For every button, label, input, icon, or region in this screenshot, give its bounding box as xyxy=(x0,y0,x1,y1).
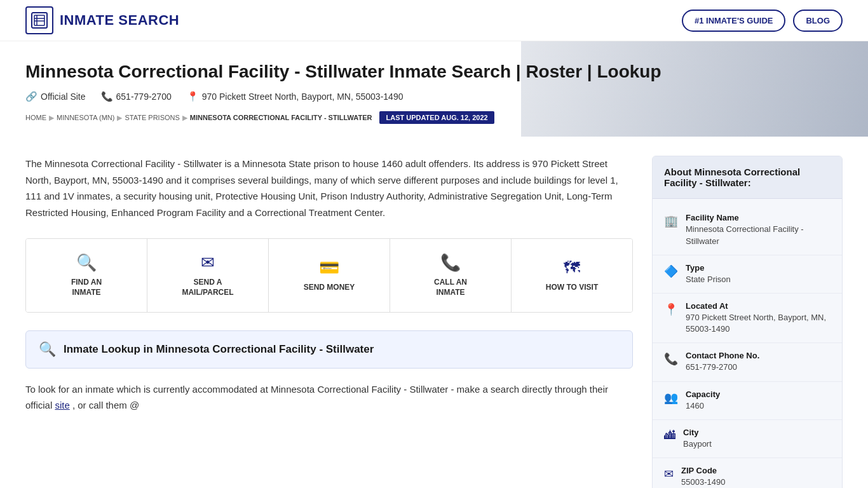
sidebar-body: 🏢 Facility Name Minnesota Correctional F… xyxy=(653,199,842,488)
action-how-to-visit[interactable]: 🗺 HOW TO VISIT xyxy=(512,239,632,311)
sidebar-row-located-at: 📍 Located At 970 Pickett Street North, B… xyxy=(653,294,842,343)
phone-icon: 📞 xyxy=(101,91,113,102)
city-icon: 🏙 xyxy=(664,429,675,442)
sidebar-row-facility-name: 🏢 Facility Name Minnesota Correctional F… xyxy=(653,205,842,255)
sidebar-header: About Minnesota Correctional Facility - … xyxy=(653,156,842,199)
how-to-visit-label: HOW TO VISIT xyxy=(546,283,598,293)
located-at-label: Located At xyxy=(686,301,831,311)
action-find-inmate[interactable]: 🔍 FIND ANINMATE xyxy=(26,239,147,311)
location-icon: 📍 xyxy=(187,91,199,102)
send-mail-icon: ✉ xyxy=(201,253,215,273)
contact-phone-value: 651-779-2700 xyxy=(686,362,759,373)
zip-icon: ✉ xyxy=(664,467,674,481)
official-site-label: Official Site xyxy=(41,92,86,102)
sidebar-row-city: 🏙 City Bayport xyxy=(653,420,842,458)
sidebar-row-capacity: 👥 Capacity 1460 xyxy=(653,382,842,420)
type-icon: 🔷 xyxy=(664,264,678,278)
svg-rect-1 xyxy=(34,15,44,25)
city-value: Bayport xyxy=(683,438,712,450)
contact-phone-label: Contact Phone No. xyxy=(686,351,759,360)
facility-description: The Minnesota Correctional Facility - St… xyxy=(25,156,633,220)
type-label: Type xyxy=(686,263,731,273)
type-value: State Prison xyxy=(686,274,731,285)
facility-name-label: Facility Name xyxy=(686,213,831,222)
city-label: City xyxy=(683,428,712,437)
send-money-label: SEND MONEY xyxy=(304,283,355,293)
hero-section: Minnesota Correctional Facility - Stillw… xyxy=(0,41,868,137)
capacity-label: Capacity xyxy=(686,390,720,399)
call-inmate-label: CALL ANINMATE xyxy=(434,278,467,297)
logo-link[interactable]: INMATE SEARCH xyxy=(25,6,179,34)
breadcrumb-sep-1: ▶ xyxy=(49,114,54,122)
logo-text: INMATE SEARCH xyxy=(60,12,179,29)
hero-address: 970 Pickett Street North, Bayport, MN, 5… xyxy=(202,92,403,102)
action-send-mail[interactable]: ✉ SEND AMAIL/PARCEL xyxy=(147,239,269,311)
action-send-money[interactable]: 💳 SEND MONEY xyxy=(269,239,390,311)
sidebar-row-type: 🔷 Type State Prison xyxy=(653,255,842,294)
breadcrumb-sep-3: ▶ xyxy=(182,114,187,122)
breadcrumb-home[interactable]: HOME xyxy=(25,114,46,121)
header-nav: #1 INMATE'S GUIDE BLOG xyxy=(682,10,843,32)
last-updated-badge: LAST UPDATED AUG. 12, 2022 xyxy=(379,111,494,124)
breadcrumb-sep-2: ▶ xyxy=(117,114,122,122)
lookup-site-link[interactable]: site xyxy=(55,400,69,410)
breadcrumb: HOME ▶ MINNESOTA (MN) ▶ STATE PRISONS ▶ … xyxy=(25,111,843,124)
link-icon: 🔗 xyxy=(25,91,37,102)
official-site-meta[interactable]: 🔗 Official Site xyxy=(25,91,86,102)
capacity-value: 1460 xyxy=(686,400,720,412)
contact-phone-icon: 📞 xyxy=(664,352,678,366)
action-grid: 🔍 FIND ANINMATE ✉ SEND AMAIL/PARCEL 💳 SE… xyxy=(25,238,633,312)
sidebar-card: About Minnesota Correctional Facility - … xyxy=(652,156,843,488)
lookup-header: 🔍 Inmate Lookup in Minnesota Correctiona… xyxy=(25,330,633,369)
sidebar-row-zip: ✉ ZIP Code 55003-1490 xyxy=(653,458,842,488)
address-meta: 📍 970 Pickett Street North, Bayport, MN,… xyxy=(187,91,403,102)
main-content: The Minnesota Correctional Facility - St… xyxy=(0,137,868,488)
capacity-icon: 👥 xyxy=(664,391,678,405)
find-inmate-label: FIND ANINMATE xyxy=(71,278,102,297)
action-call-inmate[interactable]: 📞 CALL ANINMATE xyxy=(390,239,512,311)
sidebar: About Minnesota Correctional Facility - … xyxy=(652,156,843,488)
site-header: INMATE SEARCH #1 INMATE'S GUIDE BLOG xyxy=(0,0,868,41)
location-pin-icon: 📍 xyxy=(664,302,678,316)
breadcrumb-state[interactable]: MINNESOTA (MN) xyxy=(57,114,114,121)
how-to-visit-icon: 🗺 xyxy=(564,258,580,278)
zip-value: 55003-1490 xyxy=(681,477,725,488)
send-mail-label: SEND AMAIL/PARCEL xyxy=(182,278,233,297)
call-inmate-icon: 📞 xyxy=(440,253,461,273)
hero-phone: 651-779-2700 xyxy=(116,92,172,102)
meta-row: 🔗 Official Site 📞 651-779-2700 📍 970 Pic… xyxy=(25,91,843,102)
sidebar-row-phone: 📞 Contact Phone No. 651-779-2700 xyxy=(653,343,842,381)
lookup-icon: 🔍 xyxy=(39,341,56,358)
facility-name-icon: 🏢 xyxy=(664,214,678,228)
logo-icon xyxy=(25,6,53,34)
page-title: Minnesota Correctional Facility - Stillw… xyxy=(25,60,843,83)
breadcrumb-category[interactable]: STATE PRISONS xyxy=(125,114,179,121)
find-inmate-icon: 🔍 xyxy=(76,253,97,273)
breadcrumb-current: MINNESOTA CORRECTIONAL FACILITY - STILLW… xyxy=(190,114,372,121)
lookup-desc-part2: , or call them @ xyxy=(72,400,139,410)
phone-meta[interactable]: 📞 651-779-2700 xyxy=(101,91,172,102)
zip-label: ZIP Code xyxy=(681,466,725,475)
lookup-description: To look for an inmate which is currently… xyxy=(25,381,633,414)
lookup-title: Inmate Lookup in Minnesota Correctional … xyxy=(64,343,374,356)
guide-button[interactable]: #1 INMATE'S GUIDE xyxy=(682,10,785,32)
main-left: The Minnesota Correctional Facility - St… xyxy=(25,156,633,488)
located-at-value: 970 Pickett Street North, Bayport, MN, 5… xyxy=(686,312,831,335)
send-money-icon: 💳 xyxy=(319,258,339,278)
blog-button[interactable]: BLOG xyxy=(793,10,843,32)
facility-name-value: Minnesota Correctional Facility - Stillw… xyxy=(686,224,831,247)
